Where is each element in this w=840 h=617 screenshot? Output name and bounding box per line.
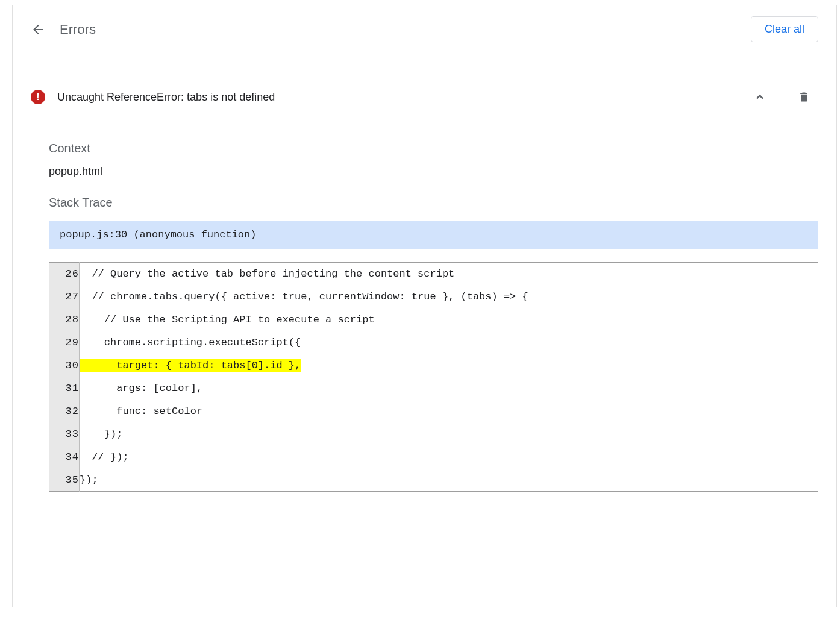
- error-badge-symbol: !: [36, 92, 39, 102]
- error-row-actions: [745, 83, 818, 111]
- code-line-row: 29 chrome.scripting.executeScript({: [49, 331, 818, 354]
- line-number: 27: [49, 286, 80, 308]
- delete-icon[interactable]: [789, 83, 818, 111]
- code-line-row: 27 // chrome.tabs.query({ active: true, …: [49, 286, 818, 308]
- collapse-icon[interactable]: [745, 83, 774, 111]
- line-number: 31: [49, 377, 80, 400]
- page-header: Errors Clear all: [13, 5, 836, 53]
- errors-page: Errors Clear all ! Uncaught ReferenceErr…: [12, 5, 837, 607]
- code-line-row: 30 target: { tabId: tabs[0].id },: [49, 354, 818, 377]
- line-number: 28: [49, 308, 80, 331]
- error-icon: !: [31, 90, 45, 104]
- code-line: args: [color],: [80, 377, 818, 400]
- code-line: // Use the Scripting API to execute a sc…: [80, 308, 818, 331]
- line-number: 30: [49, 354, 80, 377]
- code-line: // Query the active tab before injecting…: [80, 263, 818, 286]
- context-heading: Context: [49, 142, 818, 155]
- clear-all-button[interactable]: Clear all: [751, 16, 818, 42]
- header-left: Errors: [31, 22, 96, 37]
- code-line-row: 35});: [49, 469, 818, 492]
- code-line-row: 26 // Query the active tab before inject…: [49, 263, 818, 286]
- code-line-row: 33 });: [49, 423, 818, 446]
- line-number: 34: [49, 446, 80, 469]
- stack-frame-location[interactable]: popup.js:30 (anonymous function): [49, 221, 818, 249]
- back-arrow-icon[interactable]: [31, 22, 45, 37]
- line-number: 26: [49, 263, 80, 286]
- line-number: 32: [49, 400, 80, 423]
- code-line: // chrome.tabs.query({ active: true, cur…: [80, 286, 818, 308]
- error-detail-content: Context popup.html Stack Trace popup.js:…: [13, 142, 836, 510]
- code-line: chrome.scripting.executeScript({: [80, 331, 818, 354]
- code-line-row: 28 // Use the Scripting API to execute a…: [49, 308, 818, 331]
- code-line-row: 34 // });: [49, 446, 818, 469]
- code-line: });: [80, 469, 818, 492]
- error-message: Uncaught ReferenceError: tabs is not def…: [57, 91, 275, 104]
- error-row: ! Uncaught ReferenceError: tabs is not d…: [13, 70, 836, 124]
- line-number: 35: [49, 469, 80, 492]
- code-line-row: 32 func: setColor: [49, 400, 818, 423]
- code-line: });: [80, 423, 818, 446]
- code-line: // });: [80, 446, 818, 469]
- vertical-divider: [782, 85, 782, 109]
- error-row-left: ! Uncaught ReferenceError: tabs is not d…: [31, 90, 275, 104]
- context-file: popup.html: [49, 165, 818, 178]
- code-line: func: setColor: [80, 400, 818, 423]
- highlighted-code: target: { tabId: tabs[0].id },: [80, 359, 301, 372]
- code-snippet-body: 26 // Query the active tab before inject…: [49, 263, 818, 492]
- code-snippet-table: 26 // Query the active tab before inject…: [49, 262, 818, 492]
- line-number: 29: [49, 331, 80, 354]
- code-line: target: { tabId: tabs[0].id },: [80, 354, 818, 377]
- page-title: Errors: [60, 22, 96, 37]
- line-number: 33: [49, 423, 80, 446]
- stack-trace-heading: Stack Trace: [49, 196, 818, 210]
- code-line-row: 31 args: [color],: [49, 377, 818, 400]
